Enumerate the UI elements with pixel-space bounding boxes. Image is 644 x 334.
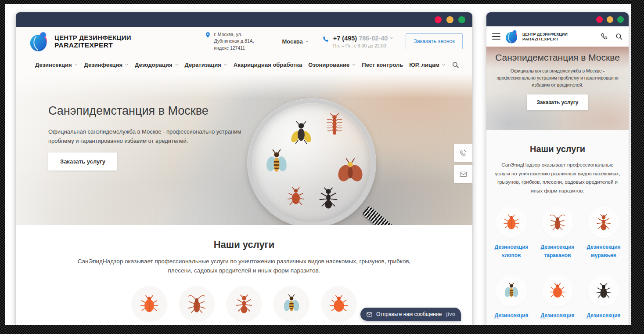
service-item-ticks[interactable]: Дезинсекция (540, 275, 575, 320)
nav-item-deratizaciya[interactable]: Дератизация (185, 62, 227, 68)
services-description: СанЭпидНадзор оказывает профессиональные… (494, 161, 621, 195)
order-service-button[interactable]: Заказать услугу (48, 152, 117, 171)
noise-border-right (631, 0, 644, 334)
nav-item-yur-licam[interactable]: ЮР. лицам (409, 62, 446, 68)
magnifier-handle (362, 206, 412, 225)
service-item-beetles[interactable]: Дезинсекция (586, 275, 621, 320)
logo-swirl-icon (28, 30, 50, 52)
service-item-cockroaches[interactable]: Дезинсекция тараканов (540, 207, 575, 260)
search-icon[interactable] (615, 33, 623, 40)
search-icon[interactable] (452, 61, 459, 69)
traffic-light-red[interactable] (596, 16, 603, 23)
service-item-cockroaches[interactable]: Дезинсекция тараканов (176, 286, 217, 328)
site-logo[interactable]: ЦЕНТР ДЕЗИНФЕКЦИИ PARAZITEXPERT (504, 29, 568, 44)
service-item-bedbugs[interactable]: Дезинсекция клопов (129, 286, 170, 328)
ant-icon (317, 187, 340, 210)
desktop-browser-window: ЦЕНТР ДЕЗИНФЕКЦИИ PARAZITEXPERT г. Москв… (16, 12, 472, 328)
chevron-down-icon (442, 63, 446, 67)
nav-item-pest-kontrol[interactable]: Пест контроль (362, 62, 403, 68)
traffic-light-green[interactable] (617, 16, 624, 23)
chevron-down-icon (223, 63, 227, 67)
site-logo[interactable]: ЦЕНТР ДЕЗИНФЕКЦИИ PARAZITEXPERT (28, 30, 131, 52)
services-row: Дезинсекция Дезинсекция Дезинсекция (486, 275, 629, 320)
floating-contact-panel (454, 144, 472, 183)
service-item-wasps[interactable]: Дезинсекция (494, 275, 529, 320)
address-block: г. Москва, ул. Дубнинская д.81А, индекс … (205, 31, 270, 51)
screenshot-canvas: ЦЕНТР ДЕЗИНФЕКЦИИ PARAZITEXPERT г. Москв… (0, 0, 644, 334)
traffic-light-green[interactable] (458, 16, 465, 23)
traffic-light-yellow[interactable] (446, 16, 453, 23)
site-header: ЦЕНТР ДЕЗИНФЕКЦИИ PARAZITEXPERT г. Москв… (16, 27, 472, 55)
nav-item-dezodoraciya[interactable]: Дезодорация (135, 62, 179, 68)
wasp-icon (263, 149, 290, 175)
services-row: Дезинсекция клопов Дезинсекция тараканов… (16, 286, 472, 328)
wasp-icon (281, 294, 302, 314)
noise-border-left (0, 0, 5, 334)
working-hours: Пн. – Пт.: с 9:00 до 22:00 (333, 43, 394, 48)
services-section: Наши услуги СанЭпидНадзор оказывает проф… (486, 130, 629, 328)
hero-subtitle: Официальная санэпидемслужба в Москве - п… (48, 127, 259, 146)
flea-icon (285, 186, 306, 207)
wasp-icon (503, 282, 520, 300)
city-selector[interactable]: Москва (282, 38, 309, 45)
fly-icon (289, 121, 313, 145)
envelope-icon (366, 311, 373, 318)
phone-block: +7 (495) 786-02-40 Пн. – Пт.: с 9:00 до … (322, 35, 394, 48)
nav-item-dezinfekciya[interactable]: Дезинфекция (84, 62, 129, 68)
nav-item-ozonirovanie[interactable]: Озонирование (308, 62, 356, 68)
order-service-button[interactable]: Заказать услугу (527, 94, 589, 110)
callback-float-button[interactable] (454, 144, 472, 162)
service-item-ticks[interactable]: Дезинсекция клещей (318, 286, 360, 328)
cockroach-icon (549, 214, 566, 231)
chevron-down-icon (175, 63, 179, 67)
chat-widget[interactable]: Отправьте нам сообщение jivo (360, 308, 461, 321)
email-float-button[interactable] (454, 165, 472, 183)
mobile-titlebar (486, 12, 629, 26)
services-row: Дезинсекция клопов Дезинсекция тараканов… (486, 207, 629, 260)
address-line: Дубнинская д.81А, (214, 38, 254, 44)
nav-item-akaricidnaya[interactable]: Акарицидная обработка (234, 62, 302, 68)
nav-item-dezinsekciya[interactable]: Дезинсекция (35, 62, 78, 68)
chevron-down-icon (125, 63, 129, 67)
request-call-button[interactable]: Заказать звонок (406, 33, 463, 49)
hero-title: Санэпидемстанция в Москве (486, 47, 629, 63)
chevron-down-icon (305, 40, 309, 44)
ant-icon (595, 214, 612, 231)
service-item-bedbugs[interactable]: Дезинсекция клопов (494, 207, 529, 260)
cockroach-icon (187, 294, 207, 314)
beetle-icon (595, 282, 612, 300)
address-line: индекс 127411 (214, 45, 254, 51)
mobile-site-header: ЦЕНТР ДЕЗИНФЕКЦИИ PARAZITEXPERT (486, 26, 629, 47)
phone-icon[interactable] (601, 33, 608, 40)
hero-section: Санэпидемстанция в Москве Официальная са… (486, 47, 629, 130)
chevron-down-icon (389, 36, 393, 40)
mobile-header-icons (601, 33, 623, 40)
traffic-light-yellow[interactable] (607, 16, 613, 23)
mobile-browser-window: ЦЕНТР ДЕЗИНФЕКЦИИ PARAZITEXPERT Санэпиде… (486, 12, 629, 328)
menu-icon[interactable] (492, 33, 500, 40)
service-item-ants[interactable]: Дезинсекция муравьев (223, 286, 265, 328)
centipede-icon (323, 113, 346, 136)
main-navigation: Дезинсекция Дезинфекция Дезодорация Дера… (16, 55, 472, 74)
tick-icon (329, 294, 349, 314)
ant-icon (234, 294, 254, 314)
phone-number[interactable]: +7 (495) 786-02-40 (333, 35, 394, 42)
chevron-down-icon (352, 63, 356, 67)
logo-line2: PARAZITEXPERT (54, 41, 131, 49)
bedbug-icon (139, 294, 159, 314)
services-description: СанЭпидНадзор оказывает профессиональные… (71, 257, 417, 276)
moth-icon (336, 157, 364, 185)
logo-line2: PARAZITEXPERT (522, 36, 568, 41)
location-pin-icon (205, 32, 211, 38)
address-line: г. Москва, ул. (214, 31, 254, 38)
hero-title: Санэпидемстанция в Москве (48, 104, 209, 118)
magnifier-graphic (248, 99, 376, 225)
hero-section: Санэпидемстанция в Москве Официальная са… (16, 74, 472, 225)
phone-ring-icon (459, 149, 468, 157)
services-title: Наши услуги (16, 239, 472, 250)
noise-border-bottom (0, 325, 644, 334)
traffic-light-red[interactable] (435, 16, 442, 23)
service-item-ants[interactable]: Дезинсекция муравьев (586, 207, 621, 260)
bedbug-icon (503, 214, 520, 231)
service-item-wasps[interactable]: Дезинсекция ос и шершней (271, 286, 312, 328)
